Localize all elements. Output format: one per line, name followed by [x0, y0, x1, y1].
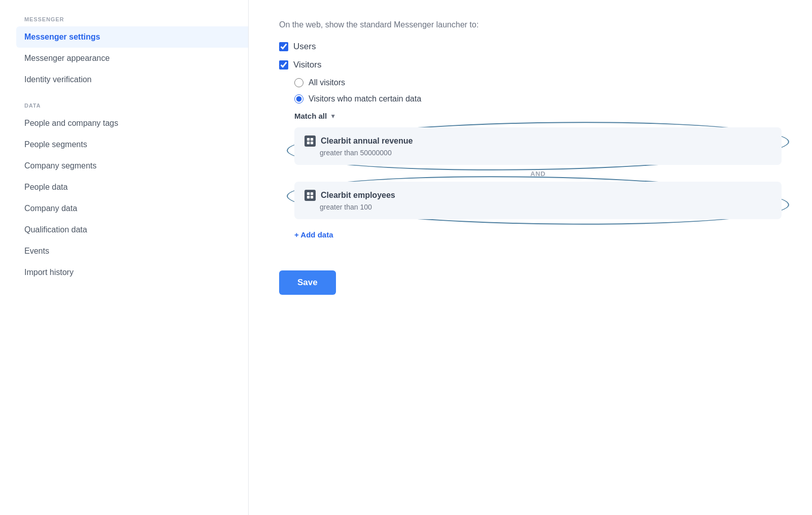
clearbit-svg-2 — [307, 192, 314, 199]
condition1-subtitle: greater than 50000000 — [320, 149, 771, 157]
visitors-match-row: Visitors who match certain data — [294, 94, 782, 104]
svg-rect-2 — [307, 142, 310, 144]
condition1-wrapper: Clearbit annual revenue greater than 500… — [294, 128, 782, 165]
condition1-card[interactable]: Clearbit annual revenue greater than 500… — [294, 127, 782, 165]
condition2-subtitle: greater than 100 — [320, 203, 771, 211]
all-visitors-radio[interactable] — [294, 78, 303, 87]
condition1-oval-wrapper: Clearbit annual revenue greater than 500… — [294, 127, 782, 165]
clearbit-icon-2 — [304, 190, 316, 201]
visitors-checkbox-row: Visitors — [279, 60, 782, 70]
svg-rect-1 — [311, 138, 313, 141]
condition2-wrapper: Clearbit employees greater than 100 — [294, 183, 782, 219]
description-text: On the web, show the standard Messenger … — [279, 20, 782, 29]
sidebar-item-messenger-settings[interactable]: Messenger settings — [16, 26, 248, 48]
sidebar-item-people-data[interactable]: People data — [16, 177, 248, 198]
svg-rect-3 — [311, 142, 313, 144]
sidebar: MESSENGER Messenger settings Messenger a… — [0, 0, 249, 515]
svg-rect-6 — [307, 196, 310, 198]
clearbit-svg-1 — [307, 138, 314, 145]
visitors-label[interactable]: Visitors — [293, 60, 321, 70]
visitors-match-radio[interactable] — [294, 94, 303, 104]
sidebar-item-import-history[interactable]: Import history — [16, 262, 248, 283]
visitors-match-label[interactable]: Visitors who match certain data — [309, 94, 421, 104]
match-block: Match all ▼ — [294, 112, 782, 241]
all-visitors-label[interactable]: All visitors — [309, 78, 345, 87]
sidebar-item-people-company-tags[interactable]: People and company tags — [16, 113, 248, 134]
sidebar-item-identity-verification[interactable]: Identity verification — [16, 69, 248, 90]
add-data-button[interactable]: + Add data — [294, 228, 333, 241]
match-all-button[interactable]: Match all ▼ — [294, 112, 336, 120]
condition2-title: Clearbit employees — [304, 190, 771, 201]
all-visitors-row: All visitors — [294, 78, 782, 87]
and-label: AND — [294, 170, 782, 178]
condition2-oval-wrapper: Clearbit employees greater than 100 — [294, 182, 782, 219]
clearbit-icon-1 — [304, 135, 316, 147]
visitors-checkbox[interactable] — [279, 60, 288, 70]
sidebar-item-company-data[interactable]: Company data — [16, 198, 248, 219]
condition1-title: Clearbit annual revenue — [304, 135, 771, 147]
sidebar-item-company-segments[interactable]: Company segments — [16, 155, 248, 177]
visitors-radio-group: All visitors Visitors who match certain … — [294, 78, 782, 104]
svg-rect-7 — [311, 196, 313, 198]
main-content: On the web, show the standard Messenger … — [249, 0, 812, 515]
sidebar-item-qualification-data[interactable]: Qualification data — [16, 219, 248, 241]
messenger-section: MESSENGER Messenger settings Messenger a… — [16, 16, 248, 90]
condition2-card[interactable]: Clearbit employees greater than 100 — [294, 182, 782, 219]
users-checkbox-row: Users — [279, 42, 782, 52]
users-label[interactable]: Users — [293, 42, 316, 52]
svg-rect-4 — [307, 192, 310, 195]
sidebar-item-events[interactable]: Events — [16, 241, 248, 262]
sidebar-item-people-segments[interactable]: People segments — [16, 134, 248, 155]
data-section-label: DATA — [16, 102, 248, 109]
users-checkbox[interactable] — [279, 42, 288, 51]
data-section: DATA People and company tags People segm… — [16, 102, 248, 283]
sidebar-item-messenger-appearance[interactable]: Messenger appearance — [16, 48, 248, 69]
svg-rect-0 — [307, 138, 310, 141]
chevron-down-icon: ▼ — [330, 113, 336, 120]
messenger-section-label: MESSENGER — [16, 16, 248, 22]
save-button[interactable]: Save — [279, 270, 336, 295]
svg-rect-5 — [311, 192, 313, 195]
